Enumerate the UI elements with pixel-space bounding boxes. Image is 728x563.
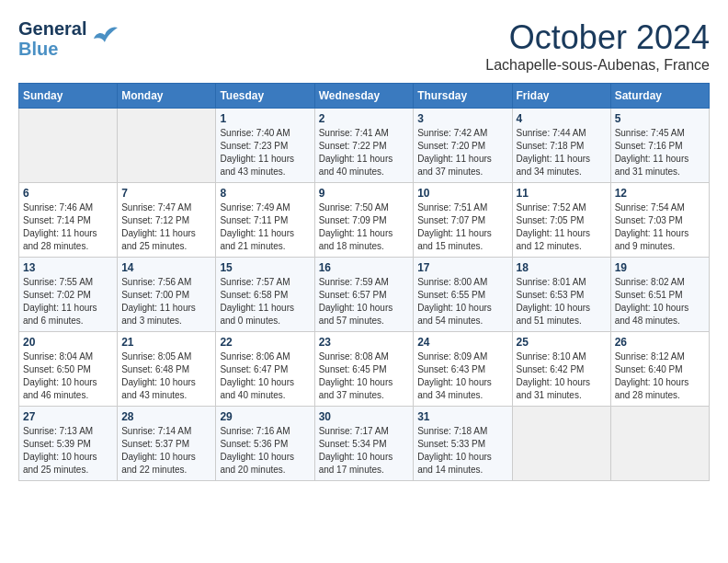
day-number: 16 <box>319 261 410 274</box>
weekday-header-tuesday: Tuesday <box>216 84 314 109</box>
day-info: Sunrise: 7:16 AM Sunset: 5:36 PM Dayligh… <box>220 425 310 477</box>
calendar-cell: 27Sunrise: 7:13 AM Sunset: 5:39 PM Dayli… <box>19 407 118 481</box>
location-title: Lachapelle-sous-Aubenas, France <box>485 57 710 74</box>
calendar-cell: 20Sunrise: 8:04 AM Sunset: 6:50 PM Dayli… <box>19 332 118 407</box>
day-info: Sunrise: 8:10 AM Sunset: 6:42 PM Dayligh… <box>517 350 607 402</box>
day-number: 15 <box>220 261 310 274</box>
weekday-header-friday: Friday <box>512 84 610 109</box>
day-info: Sunrise: 8:02 AM Sunset: 6:51 PM Dayligh… <box>615 276 705 327</box>
day-info: Sunrise: 8:12 AM Sunset: 6:40 PM Dayligh… <box>615 350 705 402</box>
day-number: 17 <box>417 261 507 274</box>
day-number: 10 <box>417 187 507 200</box>
calendar-cell: 18Sunrise: 8:01 AM Sunset: 6:53 PM Dayli… <box>512 258 610 332</box>
calendar-cell: 8Sunrise: 7:49 AM Sunset: 7:11 PM Daylig… <box>216 183 314 258</box>
day-number: 8 <box>220 187 310 200</box>
calendar-cell <box>512 407 610 481</box>
day-number: 2 <box>319 112 410 125</box>
day-info: Sunrise: 8:09 AM Sunset: 6:43 PM Dayligh… <box>417 350 507 402</box>
day-number: 5 <box>615 112 705 125</box>
day-info: Sunrise: 7:55 AM Sunset: 7:02 PM Dayligh… <box>23 276 113 327</box>
day-info: Sunrise: 7:14 AM Sunset: 5:37 PM Dayligh… <box>121 425 211 477</box>
day-info: Sunrise: 8:06 AM Sunset: 6:47 PM Dayligh… <box>220 350 310 402</box>
calendar-cell <box>118 109 216 183</box>
calendar-header: SundayMondayTuesdayWednesdayThursdayFrid… <box>19 84 710 109</box>
month-title: October 2024 <box>485 18 710 57</box>
day-info: Sunrise: 7:56 AM Sunset: 7:00 PM Dayligh… <box>121 276 211 327</box>
calendar-cell: 22Sunrise: 8:06 AM Sunset: 6:47 PM Dayli… <box>216 332 314 407</box>
day-number: 18 <box>517 261 607 274</box>
calendar-cell: 29Sunrise: 7:16 AM Sunset: 5:36 PM Dayli… <box>216 407 314 481</box>
page-header: General Blue October 2024 Lachapelle-sou… <box>18 18 710 74</box>
calendar-cell: 7Sunrise: 7:47 AM Sunset: 7:12 PM Daylig… <box>118 183 216 258</box>
day-info: Sunrise: 7:40 AM Sunset: 7:23 PM Dayligh… <box>220 127 310 178</box>
calendar-cell: 17Sunrise: 8:00 AM Sunset: 6:55 PM Dayli… <box>414 258 512 332</box>
day-number: 14 <box>121 261 211 274</box>
calendar-cell: 26Sunrise: 8:12 AM Sunset: 6:40 PM Dayli… <box>610 332 709 407</box>
day-info: Sunrise: 7:45 AM Sunset: 7:16 PM Dayligh… <box>615 127 705 178</box>
calendar-cell: 1Sunrise: 7:40 AM Sunset: 7:23 PM Daylig… <box>216 109 314 183</box>
day-number: 21 <box>121 336 211 349</box>
day-info: Sunrise: 7:57 AM Sunset: 6:58 PM Dayligh… <box>220 276 310 327</box>
weekday-header-sunday: Sunday <box>19 84 118 109</box>
day-number: 20 <box>23 336 113 349</box>
day-number: 28 <box>121 410 211 423</box>
weekday-header-monday: Monday <box>118 84 216 109</box>
calendar-cell: 24Sunrise: 8:09 AM Sunset: 6:43 PM Dayli… <box>414 332 512 407</box>
calendar-cell: 9Sunrise: 7:50 AM Sunset: 7:09 PM Daylig… <box>314 183 414 258</box>
calendar-body: 1Sunrise: 7:40 AM Sunset: 7:23 PM Daylig… <box>19 109 710 481</box>
calendar-cell: 23Sunrise: 8:08 AM Sunset: 6:45 PM Dayli… <box>314 332 414 407</box>
day-info: Sunrise: 8:05 AM Sunset: 6:48 PM Dayligh… <box>121 350 211 402</box>
day-number: 23 <box>319 336 410 349</box>
day-info: Sunrise: 7:49 AM Sunset: 7:11 PM Dayligh… <box>220 201 310 253</box>
day-number: 24 <box>417 336 507 349</box>
calendar-cell: 31Sunrise: 7:18 AM Sunset: 5:33 PM Dayli… <box>414 407 512 481</box>
day-info: Sunrise: 7:54 AM Sunset: 7:03 PM Dayligh… <box>615 201 705 253</box>
day-info: Sunrise: 7:41 AM Sunset: 7:22 PM Dayligh… <box>319 127 410 178</box>
day-number: 9 <box>319 187 410 200</box>
calendar-cell: 15Sunrise: 7:57 AM Sunset: 6:58 PM Dayli… <box>216 258 314 332</box>
calendar-cell: 14Sunrise: 7:56 AM Sunset: 7:00 PM Dayli… <box>118 258 216 332</box>
calendar-cell: 25Sunrise: 8:10 AM Sunset: 6:42 PM Dayli… <box>512 332 610 407</box>
calendar-week-2: 6Sunrise: 7:46 AM Sunset: 7:14 PM Daylig… <box>19 183 710 258</box>
calendar-cell: 11Sunrise: 7:52 AM Sunset: 7:05 PM Dayli… <box>512 183 610 258</box>
day-number: 19 <box>615 261 705 274</box>
calendar-week-5: 27Sunrise: 7:13 AM Sunset: 5:39 PM Dayli… <box>19 407 710 481</box>
calendar-cell <box>610 407 709 481</box>
day-info: Sunrise: 7:50 AM Sunset: 7:09 PM Dayligh… <box>319 201 410 253</box>
day-number: 25 <box>517 336 607 349</box>
logo-bird-icon <box>92 22 121 55</box>
day-number: 26 <box>615 336 705 349</box>
day-number: 30 <box>319 410 410 423</box>
logo-blue: Blue <box>18 39 86 59</box>
day-number: 22 <box>220 336 310 349</box>
weekday-header-thursday: Thursday <box>414 84 512 109</box>
calendar-cell: 2Sunrise: 7:41 AM Sunset: 7:22 PM Daylig… <box>314 109 414 183</box>
calendar-cell: 5Sunrise: 7:45 AM Sunset: 7:16 PM Daylig… <box>610 109 709 183</box>
calendar-cell: 28Sunrise: 7:14 AM Sunset: 5:37 PM Dayli… <box>118 407 216 481</box>
day-number: 13 <box>23 261 113 274</box>
day-info: Sunrise: 7:59 AM Sunset: 6:57 PM Dayligh… <box>319 276 410 327</box>
day-info: Sunrise: 8:01 AM Sunset: 6:53 PM Dayligh… <box>517 276 607 327</box>
day-number: 27 <box>23 410 113 423</box>
day-info: Sunrise: 7:18 AM Sunset: 5:33 PM Dayligh… <box>417 425 507 477</box>
calendar-cell: 13Sunrise: 7:55 AM Sunset: 7:02 PM Dayli… <box>19 258 118 332</box>
day-info: Sunrise: 8:00 AM Sunset: 6:55 PM Dayligh… <box>417 276 507 327</box>
day-info: Sunrise: 8:08 AM Sunset: 6:45 PM Dayligh… <box>319 350 410 402</box>
logo: General Blue <box>18 18 121 59</box>
calendar-week-3: 13Sunrise: 7:55 AM Sunset: 7:02 PM Dayli… <box>19 258 710 332</box>
day-info: Sunrise: 7:47 AM Sunset: 7:12 PM Dayligh… <box>121 201 211 253</box>
day-info: Sunrise: 7:52 AM Sunset: 7:05 PM Dayligh… <box>517 201 607 253</box>
calendar-cell: 6Sunrise: 7:46 AM Sunset: 7:14 PM Daylig… <box>19 183 118 258</box>
weekday-header-saturday: Saturday <box>610 84 709 109</box>
calendar-cell <box>19 109 118 183</box>
calendar-week-4: 20Sunrise: 8:04 AM Sunset: 6:50 PM Dayli… <box>19 332 710 407</box>
title-block: October 2024 Lachapelle-sous-Aubenas, Fr… <box>485 18 710 74</box>
day-number: 29 <box>220 410 310 423</box>
weekday-header-wednesday: Wednesday <box>314 84 414 109</box>
calendar-cell: 12Sunrise: 7:54 AM Sunset: 7:03 PM Dayli… <box>610 183 709 258</box>
day-number: 12 <box>615 187 705 200</box>
calendar-cell: 3Sunrise: 7:42 AM Sunset: 7:20 PM Daylig… <box>414 109 512 183</box>
day-number: 3 <box>417 112 507 125</box>
calendar-table: SundayMondayTuesdayWednesdayThursdayFrid… <box>18 83 710 481</box>
day-number: 7 <box>121 187 211 200</box>
